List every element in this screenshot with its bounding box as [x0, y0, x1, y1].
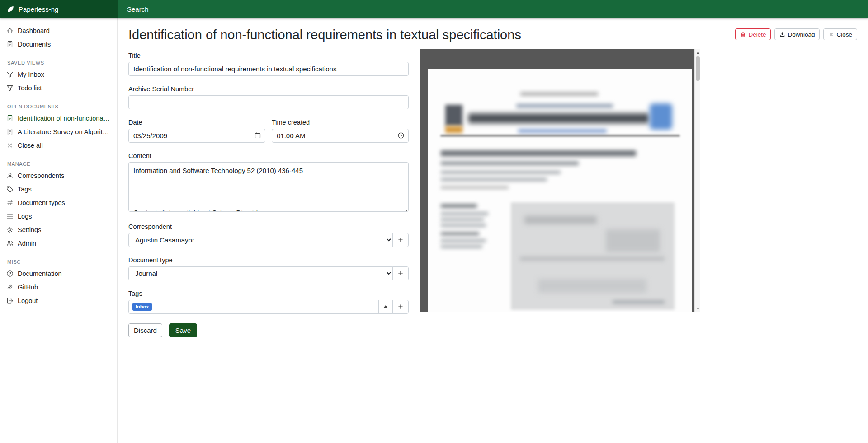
delete-button[interactable]: Delete [735, 28, 771, 40]
blurred-figure-detail [606, 229, 660, 252]
paperless-logo-icon [7, 5, 14, 13]
house-icon [6, 27, 14, 34]
sidebar-item-label: Close all [18, 142, 43, 149]
discard-button[interactable]: Discard [128, 323, 162, 337]
blurred-text-line [441, 224, 486, 227]
sidebar-item-document-types[interactable]: Document types [0, 196, 117, 210]
content-textarea[interactable]: Information and Software Technology 52 (… [128, 162, 409, 212]
app-brand[interactable]: Paperless-ng [0, 0, 118, 18]
sidebar-item-label: Admin [18, 240, 36, 247]
sidebar-item-documentation[interactable]: Documentation [0, 267, 117, 280]
content-label: Content [128, 152, 409, 159]
sidebar-item-label: Dashboard [18, 27, 50, 34]
sidebar-item-correspondents[interactable]: Correspondents [0, 169, 117, 182]
time-created-input[interactable] [272, 129, 409, 143]
add-document-type-button[interactable] [392, 266, 409, 280]
blurred-sidebar-heading [441, 204, 477, 208]
funnel-icon [6, 71, 14, 78]
date-input[interactable] [128, 129, 265, 143]
sidebar-item-close-all[interactable]: Close all [0, 139, 117, 152]
sidebar-item-settings[interactable]: Settings [0, 223, 117, 237]
logout-icon [6, 297, 14, 304]
title-label: Title [128, 52, 409, 59]
sidebar-item-label: Document types [18, 199, 65, 206]
plus-icon [397, 237, 404, 243]
blurred-paper-title [441, 150, 636, 156]
sidebar-item-label: Correspondents [18, 172, 64, 179]
sidebar-item-tags[interactable]: Tags [0, 182, 117, 196]
sidebar-item-admin[interactable]: Admin [0, 237, 117, 250]
plus-icon [397, 303, 404, 310]
top-navbar: Paperless-ng [0, 0, 868, 18]
blurred-figure-detail [520, 256, 665, 261]
blurred-text-line [441, 186, 509, 189]
time-created-label: Time created [272, 119, 409, 126]
delete-button-label: Delete [748, 31, 766, 38]
tags-input[interactable]: Inbox [128, 300, 379, 314]
close-button[interactable]: Close [823, 28, 857, 40]
blurred-link-line [518, 129, 607, 133]
sidebar-item-my-inbox[interactable]: My Inbox [0, 68, 117, 81]
trash-icon [740, 32, 746, 37]
blurred-text-line [441, 239, 486, 242]
sidebar-open-document-1[interactable]: Identification of non-functional require… [0, 112, 117, 125]
pdf-preview [420, 49, 700, 312]
download-button[interactable]: Download [774, 28, 820, 40]
open-document-label: A Literature Survey on Algorithms for Mu… [18, 128, 111, 135]
blurred-figure-detail [524, 216, 597, 224]
file-text-icon [6, 115, 14, 122]
add-correspondent-button[interactable] [392, 233, 409, 247]
blurred-text-line [613, 301, 665, 303]
brand-name: Paperless-ng [19, 5, 58, 13]
sidebar-item-documents[interactable]: Documents [0, 37, 117, 51]
sidebar-item-label: GitHub [18, 284, 38, 291]
blurred-text-line [441, 171, 561, 174]
title-input[interactable] [128, 62, 409, 76]
open-documents-header: OPEN DOCUMENTS [0, 97, 117, 112]
search-input[interactable] [118, 0, 868, 18]
document-type-select[interactable]: Journal [128, 266, 393, 280]
sidebar-item-logout[interactable]: Logout [0, 294, 117, 308]
question-circle-icon [6, 270, 14, 277]
manage-header: MANAGE [0, 154, 117, 169]
archive-serial-number-input[interactable] [128, 95, 409, 109]
list-icon [6, 213, 14, 220]
sidebar-item-github[interactable]: GitHub [0, 280, 117, 294]
download-button-label: Download [788, 31, 815, 38]
add-tag-button[interactable] [392, 300, 409, 314]
blurred-figure-detail [538, 279, 646, 293]
tag-badge-inbox[interactable]: Inbox [132, 303, 152, 311]
document-type-label: Document type [128, 256, 409, 264]
save-button[interactable]: Save [169, 323, 197, 337]
blurred-text-line [441, 212, 488, 215]
link-icon [6, 284, 14, 291]
blurred-authors-line [441, 161, 579, 165]
pdf-page [428, 69, 692, 312]
sidebar-item-logs[interactable]: Logs [0, 210, 117, 223]
sidebar-item-dashboard[interactable]: Dashboard [0, 24, 117, 37]
scrollbar-thumb[interactable] [696, 56, 700, 81]
download-icon [779, 32, 785, 37]
scrollbar-down-arrow[interactable] [695, 305, 700, 312]
blurred-journal-cover-band [445, 126, 462, 133]
plus-icon [397, 270, 404, 276]
blurred-sciencedirect-logo [650, 103, 672, 130]
open-document-label: Identification of non-functional require… [18, 115, 111, 122]
blurred-text-line [441, 178, 547, 181]
correspondent-select[interactable]: Agustin Casamayor [128, 233, 393, 247]
scrollbar-up-arrow[interactable] [695, 49, 700, 56]
sidebar-open-document-2[interactable]: A Literature Survey on Algorithms for Mu… [0, 125, 117, 139]
sidebar-item-label: Documents [18, 41, 51, 48]
sidebar-item-todo-list[interactable]: Todo list [0, 81, 117, 95]
tags-dropdown-toggle-button[interactable] [378, 300, 393, 314]
sidebar: Dashboard Documents SAVED VIEWS My Inbox… [0, 18, 118, 443]
blurred-journal-cover [445, 105, 462, 126]
sidebar-item-label: Logs [18, 213, 32, 220]
gear-icon [6, 226, 14, 233]
hash-icon [6, 199, 14, 206]
preview-scrollbar[interactable] [694, 49, 700, 312]
file-text-icon [6, 128, 14, 135]
blurred-text-line [516, 104, 613, 108]
document-edit-form: Title Archive Serial Number Date Time cr… [128, 49, 409, 337]
date-label: Date [128, 119, 265, 126]
